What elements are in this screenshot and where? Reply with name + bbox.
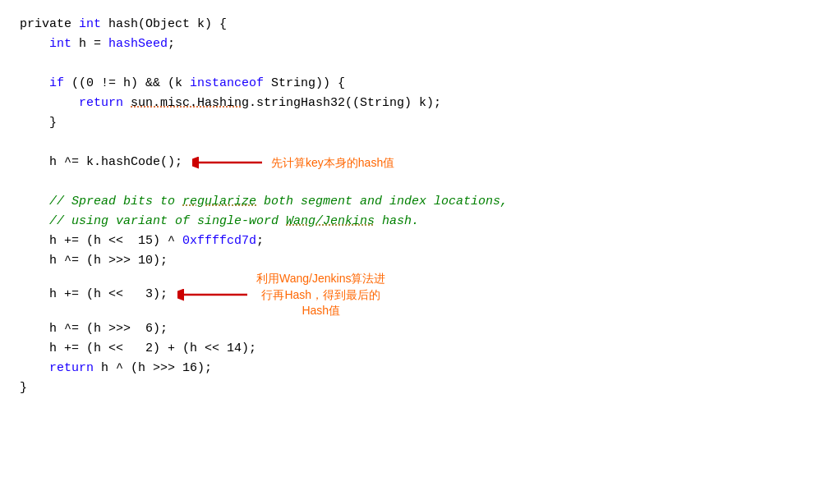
arrow-left-icon-2 [177, 285, 251, 305]
code-line-empty-1 [20, 54, 795, 74]
code-line-17: return h ^ (h >>> 16); [20, 359, 795, 378]
code-line-empty-3 [20, 172, 795, 192]
code-line-13: h ^= (h >>> 10); [20, 251, 795, 271]
keyword-private: private [20, 15, 79, 34]
keyword-int: int [79, 15, 101, 34]
code-container: private int hash(Object k) { int h = has… [20, 15, 795, 398]
code-line-4: if ((0 != h) && (k instanceof String)) { [20, 74, 795, 94]
annotation-hashcode: 先计算key本身的hash值 [192, 153, 394, 172]
code-line-8: h ^= k.hashCode(); 先计算key本身的hash值 [20, 153, 795, 172]
code-line-18: } [20, 378, 795, 398]
code-line-5: return sun.misc.Hashing.stringHash32((St… [20, 94, 795, 113]
code-line-12: h += (h << 15) ^ 0xffffcd7d; [20, 231, 795, 251]
code-line-16: h += (h << 2) + (h << 14); [20, 339, 795, 359]
code-line-10: // Spread bits to regularize both segmen… [20, 192, 795, 212]
annotation-hashcode-label: 先计算key本身的hash值 [271, 153, 394, 172]
annotation-wang-label: 利用Wang/Jenkins算法进行再Hash，得到最后的Hash值 [256, 271, 385, 319]
code-line-6: } [20, 113, 795, 133]
code-line-15: h ^= (h >>> 6); [20, 319, 795, 339]
code-line-14: h += (h << 3); 利用Wang/Jenkins算法进行再Hash，得… [20, 271, 795, 319]
code-line-empty-2 [20, 133, 795, 153]
code-line-2: int h = hashSeed; [20, 34, 795, 54]
arrow-left-icon [192, 153, 266, 172]
code-line-11: // using variant of single-word Wang/Jen… [20, 212, 795, 231]
code-line-1: private int hash(Object k) { [20, 15, 795, 34]
annotation-wang-jenkins: 利用Wang/Jenkins算法进行再Hash，得到最后的Hash值 [177, 271, 385, 319]
